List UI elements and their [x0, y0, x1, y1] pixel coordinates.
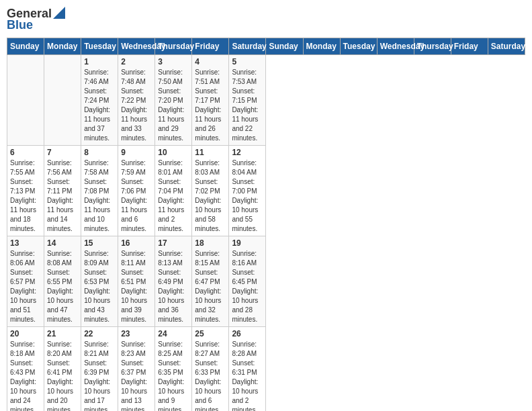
day-number: 17	[158, 238, 189, 248]
day-number: 10	[158, 148, 189, 157]
weekday-header-tuesday: Tuesday	[340, 38, 377, 55]
day-content: Sunrise: 7:46 AM Sunset: 7:24 PM Dayligh…	[84, 68, 115, 143]
calendar-header-monday: Monday	[44, 38, 81, 55]
day-number: 11	[195, 148, 226, 157]
calendar-cell: 17Sunrise: 8:13 AM Sunset: 6:49 PM Dayli…	[155, 236, 192, 327]
calendar-header-tuesday: Tuesday	[81, 38, 118, 55]
day-number: 7	[47, 148, 78, 157]
calendar-cell: 20Sunrise: 8:18 AM Sunset: 6:43 PM Dayli…	[7, 327, 44, 412]
calendar-cell: 6Sunrise: 7:55 AM Sunset: 7:13 PM Daylig…	[7, 146, 44, 236]
calendar-cell: 13Sunrise: 8:06 AM Sunset: 6:57 PM Dayli…	[7, 236, 44, 327]
day-content: Sunrise: 8:16 AM Sunset: 6:45 PM Dayligh…	[232, 249, 263, 324]
day-content: Sunrise: 8:21 AM Sunset: 6:39 PM Dayligh…	[84, 340, 115, 411]
day-number: 23	[121, 329, 152, 338]
day-number: 25	[195, 329, 226, 338]
day-content: Sunrise: 7:56 AM Sunset: 7:11 PM Dayligh…	[47, 158, 78, 234]
svg-marker-0	[53, 7, 65, 19]
day-content: Sunrise: 8:08 AM Sunset: 6:55 PM Dayligh…	[47, 249, 78, 324]
calendar-cell: 22Sunrise: 8:21 AM Sunset: 6:39 PM Dayli…	[81, 327, 118, 412]
day-content: Sunrise: 8:06 AM Sunset: 6:57 PM Dayligh…	[10, 249, 41, 324]
calendar-header-friday: Friday	[192, 38, 229, 55]
calendar-header-thursday: Thursday	[155, 38, 192, 55]
calendar-cell: 2Sunrise: 7:48 AM Sunset: 7:22 PM Daylig…	[118, 55, 155, 146]
calendar-cell: 26Sunrise: 8:28 AM Sunset: 6:31 PM Dayli…	[229, 327, 266, 412]
day-number: 3	[158, 57, 189, 66]
weekday-header-saturday: Saturday	[488, 38, 525, 55]
day-content: Sunrise: 7:50 AM Sunset: 7:20 PM Dayligh…	[158, 68, 189, 143]
day-number: 20	[10, 329, 41, 338]
logo-blue-text: Blue	[7, 18, 33, 32]
calendar-cell: 1Sunrise: 7:46 AM Sunset: 7:24 PM Daylig…	[81, 55, 118, 146]
calendar-week-row: 1Sunrise: 7:46 AM Sunset: 7:24 PM Daylig…	[7, 55, 525, 146]
calendar-cell: 21Sunrise: 8:20 AM Sunset: 6:41 PM Dayli…	[44, 327, 81, 412]
day-content: Sunrise: 8:03 AM Sunset: 7:02 PM Dayligh…	[195, 158, 226, 234]
day-content: Sunrise: 8:25 AM Sunset: 6:35 PM Dayligh…	[158, 340, 189, 411]
day-number: 8	[84, 148, 115, 157]
calendar-cell: 10Sunrise: 8:01 AM Sunset: 7:04 PM Dayli…	[155, 146, 192, 236]
day-number: 21	[47, 329, 78, 338]
day-content: Sunrise: 8:13 AM Sunset: 6:49 PM Dayligh…	[158, 249, 189, 324]
calendar-cell: 12Sunrise: 8:04 AM Sunset: 7:00 PM Dayli…	[229, 146, 266, 236]
day-number: 26	[232, 329, 263, 338]
calendar-cell: 8Sunrise: 7:58 AM Sunset: 7:08 PM Daylig…	[81, 146, 118, 236]
day-number: 6	[10, 148, 41, 157]
day-number: 13	[10, 238, 41, 248]
day-number: 18	[195, 238, 226, 248]
calendar-cell: 5Sunrise: 7:53 AM Sunset: 7:15 PM Daylig…	[229, 55, 266, 146]
calendar-table: SundayMondayTuesdayWednesdayThursdayFrid…	[7, 38, 525, 411]
weekday-header-sunday: Sunday	[266, 38, 303, 55]
calendar-cell: 11Sunrise: 8:03 AM Sunset: 7:02 PM Dayli…	[192, 146, 229, 236]
calendar-week-row: 13Sunrise: 8:06 AM Sunset: 6:57 PM Dayli…	[7, 236, 525, 327]
calendar-cell: 16Sunrise: 8:11 AM Sunset: 6:51 PM Dayli…	[118, 236, 155, 327]
day-content: Sunrise: 8:09 AM Sunset: 6:53 PM Dayligh…	[84, 249, 115, 324]
day-content: Sunrise: 8:11 AM Sunset: 6:51 PM Dayligh…	[121, 249, 152, 324]
day-number: 12	[232, 148, 263, 157]
day-number: 1	[84, 57, 115, 66]
day-number: 24	[158, 329, 189, 338]
calendar-cell: 23Sunrise: 8:23 AM Sunset: 6:37 PM Dayli…	[118, 327, 155, 412]
day-content: Sunrise: 7:48 AM Sunset: 7:22 PM Dayligh…	[121, 68, 152, 143]
page-header: General Blue	[7, 7, 525, 32]
day-number: 16	[121, 238, 152, 248]
calendar-cell: 7Sunrise: 7:56 AM Sunset: 7:11 PM Daylig…	[44, 146, 81, 236]
day-content: Sunrise: 7:59 AM Sunset: 7:06 PM Dayligh…	[121, 158, 152, 234]
calendar-cell: 15Sunrise: 8:09 AM Sunset: 6:53 PM Dayli…	[81, 236, 118, 327]
day-content: Sunrise: 8:20 AM Sunset: 6:41 PM Dayligh…	[47, 340, 78, 411]
day-content: Sunrise: 8:04 AM Sunset: 7:00 PM Dayligh…	[232, 158, 263, 234]
logo: General Blue	[7, 7, 65, 32]
day-number: 5	[232, 57, 263, 66]
day-content: Sunrise: 7:58 AM Sunset: 7:08 PM Dayligh…	[84, 158, 115, 234]
day-number: 4	[195, 57, 226, 66]
day-number: 2	[121, 57, 152, 66]
logo-arrow-icon	[53, 7, 65, 19]
weekday-header-friday: Friday	[451, 38, 488, 55]
calendar-week-row: 20Sunrise: 8:18 AM Sunset: 6:43 PM Dayli…	[7, 327, 525, 412]
day-number: 15	[84, 238, 115, 248]
day-content: Sunrise: 8:15 AM Sunset: 6:47 PM Dayligh…	[195, 249, 226, 324]
calendar-cell: 24Sunrise: 8:25 AM Sunset: 6:35 PM Dayli…	[155, 327, 192, 412]
day-content: Sunrise: 8:28 AM Sunset: 6:31 PM Dayligh…	[232, 340, 263, 411]
calendar-cell: 3Sunrise: 7:50 AM Sunset: 7:20 PM Daylig…	[155, 55, 192, 146]
calendar-cell: 14Sunrise: 8:08 AM Sunset: 6:55 PM Dayli…	[44, 236, 81, 327]
day-content: Sunrise: 8:18 AM Sunset: 6:43 PM Dayligh…	[10, 340, 41, 411]
calendar-cell: 25Sunrise: 8:27 AM Sunset: 6:33 PM Dayli…	[192, 327, 229, 412]
day-content: Sunrise: 8:01 AM Sunset: 7:04 PM Dayligh…	[158, 158, 189, 234]
day-number: 19	[232, 238, 263, 248]
calendar-header-saturday: Saturday	[229, 38, 266, 55]
calendar-header-wednesday: Wednesday	[118, 38, 155, 55]
calendar-week-row: 6Sunrise: 7:55 AM Sunset: 7:13 PM Daylig…	[7, 146, 525, 236]
day-number: 9	[121, 148, 152, 157]
day-content: Sunrise: 8:27 AM Sunset: 6:33 PM Dayligh…	[195, 340, 226, 411]
day-content: Sunrise: 7:53 AM Sunset: 7:15 PM Dayligh…	[232, 68, 263, 143]
weekday-header-monday: Monday	[303, 38, 340, 55]
calendar-cell	[7, 55, 44, 146]
day-number: 14	[47, 238, 78, 248]
calendar-header-row: SundayMondayTuesdayWednesdayThursdayFrid…	[7, 38, 525, 55]
day-number: 22	[84, 329, 115, 338]
day-content: Sunrise: 7:55 AM Sunset: 7:13 PM Dayligh…	[10, 158, 41, 234]
calendar-cell: 19Sunrise: 8:16 AM Sunset: 6:45 PM Dayli…	[229, 236, 266, 327]
calendar-cell: 4Sunrise: 7:51 AM Sunset: 7:17 PM Daylig…	[192, 55, 229, 146]
weekday-header-thursday: Thursday	[414, 38, 451, 55]
calendar-cell: 9Sunrise: 7:59 AM Sunset: 7:06 PM Daylig…	[118, 146, 155, 236]
calendar-header-sunday: Sunday	[7, 38, 44, 55]
